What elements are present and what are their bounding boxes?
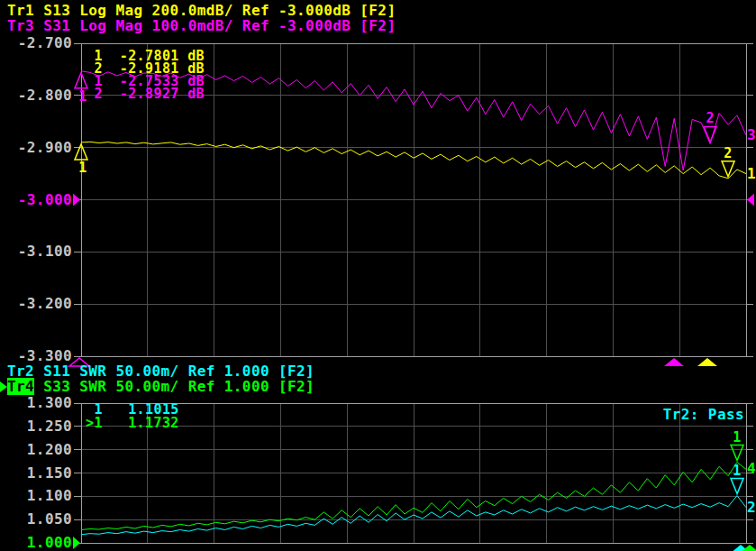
marker-symbol[interactable] [731, 445, 743, 461]
marker-stimulus-position-icon [664, 358, 684, 366]
trace-number-label: 4 [747, 461, 756, 477]
marker-readout-row: 1 1.1015 [86, 403, 179, 416]
y-axis-tick-label: -3.100 [7, 243, 72, 260]
y-axis-tick-label: 1.000 [7, 535, 72, 551]
trace-label: Tr4 [7, 378, 34, 395]
y-axis-tick-label: -2.700 [7, 35, 72, 51]
trace-header-tr4[interactable]: Tr4 S33 SWR 50.00m/ Ref 1.000 [F2] [7, 380, 314, 394]
marker-readout-row: >1 1.1732 [86, 417, 179, 429]
reference-level-pointer-icon [73, 194, 80, 207]
vna-screen: 121211 Tr1 S13 Log Mag 200.0mdB/ Ref -3.… [0, 0, 756, 551]
active-trace-arrow-icon [0, 381, 7, 392]
trace-number-label: 3 [747, 127, 756, 143]
marker-stimulus-position-icon [697, 358, 717, 366]
marker-number: 2 [706, 110, 714, 126]
y-axis-tick-label: 1.200 [7, 442, 72, 458]
limit-status: Tr2: Pass [573, 406, 744, 423]
trace-header-tr3[interactable]: Tr3 S31 Log Mag 100.0mdB/ Ref -3.000dB [… [7, 19, 396, 33]
y-axis-tick-label: 1.100 [7, 488, 72, 504]
marker-number: 1 [733, 429, 741, 445]
trace-number-label: 2 [747, 500, 756, 516]
reference-level-pointer-icon [747, 194, 754, 207]
trace-header-tr1[interactable]: Tr1 S13 Log Mag 200.0mdB/ Ref -3.000dB [… [7, 4, 396, 18]
trace-label: Tr3 [7, 17, 34, 34]
y-axis-tick-label: 1.050 [7, 511, 72, 528]
reference-level-pointer-icon [73, 537, 80, 549]
trace-number-label: 1 [747, 166, 756, 182]
y-axis-tick-label: -3.200 [7, 296, 72, 312]
trace-settings-text: S31 Log Mag 100.0mdB/ Ref -3.000dB [F2] [34, 17, 396, 34]
y-axis-tick-label: 1.300 [7, 395, 72, 411]
y-axis-tick-label: -2.800 [7, 87, 72, 104]
trace-header-tr2[interactable]: Tr2 S11 SWR 50.00m/ Ref 1.000 [F2] [7, 364, 314, 379]
trace-settings-text: S33 SWR 50.00m/ Ref 1.000 [F2] [34, 378, 314, 395]
y-axis-tick-label: -3.000 [7, 192, 72, 208]
marker-number: 2 [724, 145, 732, 161]
marker-symbol[interactable] [731, 479, 743, 494]
marker-readout-row: 2 -2.8927 dB [86, 87, 205, 100]
y-axis-tick-label: -2.900 [7, 140, 72, 156]
marker-number: 1 [78, 160, 87, 176]
y-axis-tick-label: 1.250 [7, 418, 72, 435]
y-axis-tick-label: 1.150 [7, 465, 72, 482]
y-axis-tick-label: -3.300 [7, 348, 72, 364]
